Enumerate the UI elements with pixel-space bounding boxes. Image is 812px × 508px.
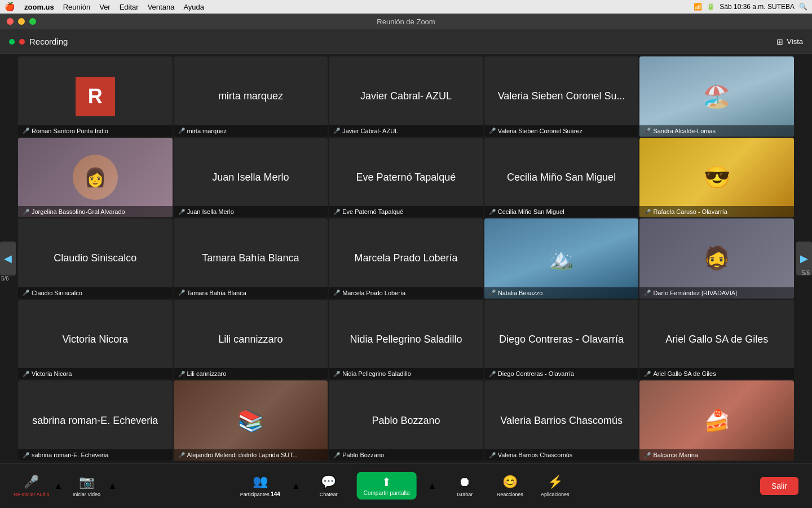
mic-off-icon-22: 🎤 — [178, 452, 185, 458]
participants-count: 144 — [271, 491, 280, 497]
participant-label-16: Victoria Nicora — [32, 370, 72, 377]
menu-ayuda[interactable]: Ayuda — [183, 3, 204, 11]
video-cell-20[interactable]: Ariel Gallo SA de Giles 🎤 Ariel Gallo SA… — [639, 300, 794, 380]
video-cell-23[interactable]: Pablo Bozzano 🎤 Pablo Bozzano — [329, 380, 483, 461]
search-icon[interactable]: 🔍 — [799, 3, 807, 11]
video-cell-25[interactable]: 🍰 🎤 Balcarce Marina — [639, 380, 794, 461]
reactions-button[interactable]: 😊 Reacciones — [493, 475, 527, 497]
display-name-16: Victoria Nicora — [58, 329, 133, 350]
participant-label-8: Eve Paternó Tapalqué — [342, 208, 403, 215]
mic-off-icon-9: 🎤 — [489, 209, 496, 215]
name-overlay-12: 🎤 Tamara Bahía Blanca — [174, 287, 328, 299]
app-name[interactable]: zoom.us — [24, 3, 54, 11]
maximize-button[interactable] — [29, 18, 36, 25]
minimize-button[interactable] — [18, 18, 25, 25]
video-cell-21[interactable]: sabrina roman-E. Echeveria 🎤 sabrina rom… — [18, 380, 173, 461]
chat-button[interactable]: 💬 Chatear — [312, 475, 346, 497]
audio-button[interactable]: 🎤 Re-Iniciar Audio — [14, 475, 50, 497]
video-cell-18[interactable]: Nidia Pellegrino Saladillo 🎤 Nidia Pelle… — [329, 300, 483, 380]
recording-dot — [19, 39, 25, 45]
video-cell-15[interactable]: 🧔 🎤 Darío Fernández [RIVADAVIA] — [639, 218, 794, 299]
prev-page-button[interactable]: ◀ — [0, 242, 16, 275]
video-cell-6[interactable]: 👩 🎤 Jorgelina Bassolino-Gral Alvarado — [18, 138, 173, 218]
video-cell-12[interactable]: Tamara Bahía Blanca 🎤 Tamara Bahía Blanc… — [174, 218, 328, 299]
audio-label: Re-Iniciar Audio — [14, 492, 50, 497]
vista-button[interactable]: ⊞ Vista — [776, 37, 803, 46]
display-name-24: Valeria Barrios Chascomús — [496, 410, 627, 431]
mic-off-icon-17: 🎤 — [178, 371, 185, 377]
name-overlay-3: 🎤 Javier Cabral- AZUL — [329, 125, 483, 137]
participant-label-1: Roman Santoro Punta Indio — [32, 128, 108, 134]
menu-bar: 🍎 zoom.us Reunión Ver Editar Ventana Ayu… — [0, 0, 812, 14]
display-name-4: Valeria Sieben Coronel Su... — [493, 86, 630, 107]
video-cell-16[interactable]: Victoria Nicora 🎤 Victoria Nicora — [18, 300, 173, 380]
display-name-9: Cecilia Miño San Miguel — [502, 167, 620, 188]
video-chevron[interactable]: ▲ — [108, 481, 117, 491]
share-screen-button[interactable]: ⬆ Compartir pantalla — [357, 472, 417, 500]
participant-label-11: Claudio Siniscalco — [32, 290, 82, 296]
bottom-toolbar: 🎤 Re-Iniciar Audio ▲ 📷 Iniciar Video ▲ 👥… — [0, 463, 812, 508]
name-overlay-15: 🎤 Darío Fernández [RIVADAVIA] — [639, 287, 794, 299]
apple-menu[interactable]: 🍎 — [5, 2, 15, 12]
video-cell-2[interactable]: mirta marquez 🎤 mirta marquez — [174, 56, 328, 137]
video-cell-4[interactable]: Valeria Sieben Coronel Su... 🎤 Valeria S… — [484, 56, 639, 137]
name-overlay-17: 🎤 Lili cannizzaro — [174, 368, 328, 379]
video-button[interactable]: 📷 Iniciar Video — [69, 475, 103, 497]
video-cell-10[interactable]: 😎 🎤 Rafaela Caruso - Olavarría — [639, 138, 794, 218]
record-button[interactable]: ⏺ Grabar — [448, 475, 482, 497]
name-overlay-8: 🎤 Eve Paternó Tapalqué — [329, 206, 483, 217]
close-button[interactable] — [7, 18, 14, 25]
participant-label-21: sabrina roman-E. Echeveria — [32, 452, 108, 458]
name-overlay-11: 🎤 Claudio Siniscalco — [18, 287, 173, 299]
participant-label-18: Nidia Pellegrino Saladillo — [342, 370, 411, 377]
mic-off-icon-21: 🎤 — [23, 452, 29, 458]
video-cell-22[interactable]: 📚 🎤 Alejandro Melendi distrito Laprida S… — [174, 380, 328, 461]
mic-off-icon-10: 🎤 — [644, 209, 651, 215]
share-chevron[interactable]: ▲ — [427, 481, 436, 491]
mic-off-icon-7: 🎤 — [178, 209, 185, 215]
name-overlay-6: 🎤 Jorgelina Bassolino-Gral Alvarado — [18, 206, 173, 217]
chat-label: Chatear — [320, 492, 338, 497]
participants-chevron[interactable]: ▲ — [292, 481, 301, 491]
audio-chevron[interactable]: ▲ — [54, 481, 63, 491]
name-overlay-4: 🎤 Valeria Sieben Coronel Suárez — [484, 125, 639, 137]
video-cell-19[interactable]: Diego Contreras - Olavarría 🎤 Diego Cont… — [484, 300, 639, 380]
display-name-18: Nidia Pellegrino Saladillo — [345, 329, 466, 350]
video-cell-14[interactable]: 🏔️ 🎤 Natalia Besuzzo — [484, 218, 639, 299]
name-overlay-14: 🎤 Natalia Besuzzo — [484, 287, 639, 299]
window-controls[interactable] — [7, 18, 36, 25]
mic-off-icon-20: 🎤 — [644, 371, 651, 377]
menu-editar[interactable]: Editar — [120, 3, 139, 11]
zoom-toolbar: Recording ⊞ Vista — [0, 29, 812, 54]
video-cell-24[interactable]: Valeria Barrios Chascomús 🎤 Valeria Barr… — [484, 380, 639, 461]
mic-off-icon-19: 🎤 — [489, 371, 496, 377]
participant-label-23: Pablo Bozzano — [342, 452, 384, 458]
leave-button[interactable]: Salir — [760, 477, 798, 495]
video-cell-11[interactable]: Claudio Siniscalco 🎤 Claudio Siniscalco — [18, 218, 173, 299]
page-indicator-right: 5/6 — [802, 270, 810, 276]
participant-label-6: Jorgelina Bassolino-Gral Alvarado — [32, 208, 125, 215]
mic-off-icon-18: 🎤 — [333, 371, 340, 377]
mic-off-icon-8: 🎤 — [333, 209, 340, 215]
name-overlay-23: 🎤 Pablo Bozzano — [329, 449, 483, 461]
menu-ver[interactable]: Ver — [99, 3, 111, 11]
participant-label-7: Juan Isella Merlo — [187, 208, 234, 215]
apps-button[interactable]: ⚡ Aplicaciones — [538, 475, 572, 497]
video-cell-17[interactable]: Lili cannizzaro 🎤 Lili cannizzaro — [174, 300, 328, 380]
video-cell-1[interactable]: R 🎤 Roman Santoro Punta Indio — [18, 56, 173, 137]
display-name-13: Marcela Prado Lobería — [350, 248, 462, 269]
menu-reunion[interactable]: Reunión — [63, 3, 90, 11]
video-cell-5[interactable]: 🏖️ 🎤 Sandra Alcalde-Lomas — [639, 56, 794, 137]
microphone-off-icon: 🎤 — [24, 475, 39, 489]
video-cell-13[interactable]: Marcela Prado Lobería 🎤 Marcela Prado Lo… — [329, 218, 483, 299]
menu-right: 📶 🔋 Sáb 10:36 a.m. SUTEBA 🔍 — [694, 3, 807, 11]
video-cell-3[interactable]: Javier Cabral- AZUL 🎤 Javier Cabral- AZU… — [329, 56, 483, 137]
video-cell-9[interactable]: Cecilia Miño San Miguel 🎤 Cecilia Miño S… — [484, 138, 639, 218]
chat-icon: 💬 — [321, 475, 336, 489]
participants-button[interactable]: 👥 Participantes 144 — [240, 474, 280, 497]
video-cell-7[interactable]: Juan Isella Merlo 🎤 Juan Isella Merlo — [174, 138, 328, 218]
name-overlay-19: 🎤 Diego Contreras - Olavarría — [484, 368, 639, 379]
menu-ventana[interactable]: Ventana — [148, 3, 175, 11]
video-cell-8[interactable]: Eve Paternó Tapalqué 🎤 Eve Paternó Tapal… — [329, 138, 483, 218]
participant-label-13: Marcela Prado Lobería — [342, 290, 405, 296]
